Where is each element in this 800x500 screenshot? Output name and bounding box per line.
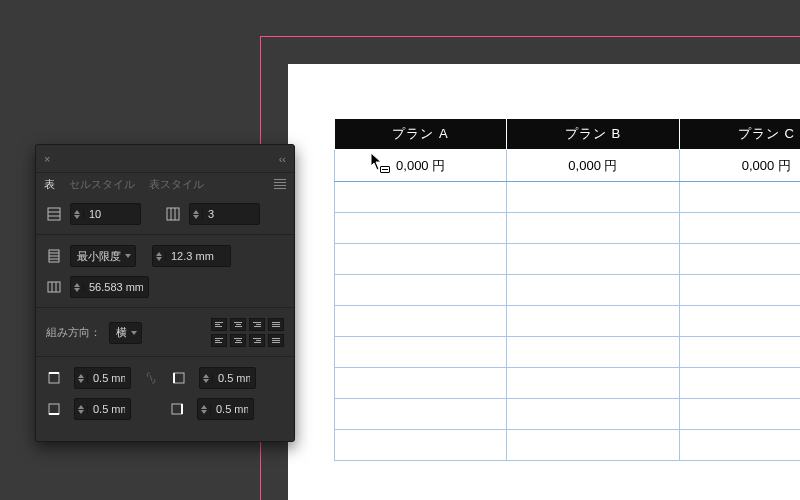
tab-table-style[interactable]: 表スタイル — [149, 177, 204, 192]
direction-select[interactable]: 横 — [109, 322, 142, 344]
svg-rect-10 — [48, 282, 60, 292]
document-page[interactable]: プラン A プラン B プラン C 0,000 円 0,000 円 0,000 … — [288, 64, 800, 500]
col-width-input[interactable] — [70, 276, 149, 298]
header-plan-b[interactable]: プラン B — [507, 119, 679, 150]
price-plan-a[interactable]: 0,000 円 — [335, 150, 507, 182]
align-bottom-justify[interactable] — [268, 334, 284, 347]
align-bottom-right[interactable] — [249, 334, 265, 347]
row-height-input[interactable] — [152, 245, 231, 267]
inset-top-input[interactable] — [74, 367, 131, 389]
table-row[interactable] — [335, 399, 801, 430]
header-plan-a[interactable]: プラン A — [335, 119, 507, 150]
tab-table[interactable]: 表 — [44, 177, 55, 192]
inset-right-icon — [169, 402, 185, 416]
align-bottom-left[interactable] — [211, 334, 227, 347]
rows-input[interactable] — [70, 203, 141, 225]
inset-right-input[interactable] — [197, 398, 254, 420]
table-row[interactable] — [335, 213, 801, 244]
table-row[interactable] — [335, 368, 801, 399]
table-header-row[interactable]: プラン A プラン B プラン C — [335, 119, 801, 150]
inset-top-icon — [46, 371, 62, 385]
row-height-icon — [46, 249, 62, 263]
cols-icon — [165, 207, 181, 221]
table-row[interactable] — [335, 182, 801, 213]
col-width-icon — [46, 280, 62, 294]
cols-input[interactable] — [189, 203, 260, 225]
table-row[interactable] — [335, 244, 801, 275]
svg-rect-19 — [172, 404, 182, 414]
collapse-icon[interactable]: ‹‹ — [279, 153, 286, 165]
table-panel: × ‹‹ 表 セルスタイル 表スタイル — [35, 144, 295, 442]
inset-bottom-icon — [46, 402, 62, 416]
table-row[interactable] — [335, 337, 801, 368]
tab-cell-style[interactable]: セルスタイル — [69, 177, 135, 192]
price-plan-c[interactable]: 0,000 円 — [679, 150, 800, 182]
table-row[interactable] — [335, 275, 801, 306]
svg-rect-13 — [49, 373, 59, 383]
align-top-left[interactable] — [211, 318, 227, 331]
align-top-justify[interactable] — [268, 318, 284, 331]
align-top-right[interactable] — [249, 318, 265, 331]
svg-rect-3 — [167, 208, 179, 220]
direction-label: 組み方向： — [46, 325, 101, 340]
inset-bottom-input[interactable] — [74, 398, 131, 420]
close-icon[interactable]: × — [44, 153, 56, 165]
price-plan-b[interactable]: 0,000 円 — [507, 150, 679, 182]
header-plan-c[interactable]: プラン C — [679, 119, 800, 150]
rows-icon — [46, 207, 62, 221]
align-bottom-center[interactable] — [230, 334, 246, 347]
row-height-mode-select[interactable]: 最小限度 — [70, 245, 136, 267]
svg-rect-15 — [174, 373, 184, 383]
inset-left-input[interactable] — [199, 367, 256, 389]
panel-menu-icon[interactable] — [274, 177, 286, 191]
table-row[interactable] — [335, 430, 801, 461]
svg-rect-17 — [49, 404, 59, 414]
table-row[interactable] — [335, 306, 801, 337]
align-top-center[interactable] — [230, 318, 246, 331]
alignment-buttons — [211, 318, 284, 347]
inset-left-icon — [171, 371, 187, 385]
svg-rect-0 — [48, 208, 60, 220]
table-price-row[interactable]: 0,000 円 0,000 円 0,000 円 — [335, 150, 801, 182]
link-insets-icon[interactable] — [143, 371, 159, 385]
document-table[interactable]: プラン A プラン B プラン C 0,000 円 0,000 円 0,000 … — [334, 118, 800, 461]
